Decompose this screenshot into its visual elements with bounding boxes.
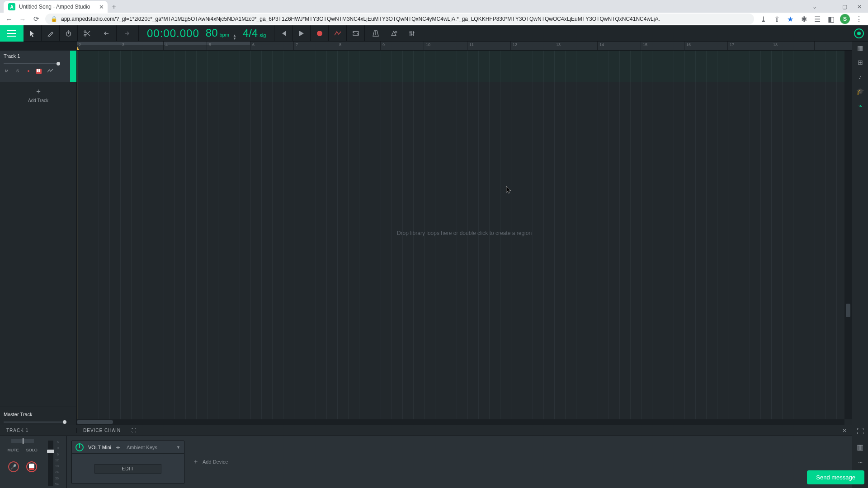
meter-scale: 6061218243654 [55, 441, 59, 486]
metronome-button[interactable] [367, 25, 385, 42]
chevron-down-icon[interactable]: ⌄ [812, 4, 817, 10]
loop-button[interactable] [347, 25, 365, 42]
timeline-ruler[interactable]: 23456789101112131415161718 [77, 42, 852, 51]
mute-label[interactable]: MUTE [7, 448, 19, 452]
edit-device-button[interactable]: EDIT [94, 464, 162, 474]
install-icon[interactable]: ⤓ [759, 15, 768, 23]
pan-slider[interactable] [11, 439, 34, 443]
track-color-strip [70, 51, 76, 82]
sidepanel-icon[interactable]: ◧ [826, 15, 835, 23]
mic-input-button[interactable]: 🎤 [8, 461, 19, 472]
panel-icon[interactable]: ▥ [857, 443, 863, 451]
track-list: Track 1 M S ● ＋ Add Track Master Track [0, 51, 77, 425]
stopwatch-tool[interactable] [60, 25, 78, 42]
playhead-marker-icon[interactable] [77, 46, 80, 51]
play-button[interactable] [292, 25, 311, 42]
scissors-tool[interactable] [78, 25, 96, 42]
back-icon[interactable]: ← [5, 15, 14, 23]
hamburger-icon [7, 30, 16, 37]
extensions-icon[interactable]: ✱ [799, 15, 808, 23]
kebab-menu-icon[interactable]: ⋮ [854, 15, 863, 23]
timesig-control[interactable]: 4/4 sig [243, 27, 266, 40]
timesig-value: 4/4 [243, 27, 258, 40]
add-device-button[interactable]: ＋ Add Device [193, 458, 228, 466]
mixer-strip: MUTE SOLO 🎤 [0, 436, 45, 488]
arrange-area[interactable]: Drop library loops here or double click … [77, 51, 852, 425]
mixer-button[interactable] [403, 25, 421, 42]
master-volume-slider[interactable] [4, 421, 73, 423]
reload-icon[interactable]: ⟳ [32, 15, 41, 23]
power-icon[interactable] [75, 443, 84, 451]
master-track[interactable]: Master Track [0, 407, 76, 425]
new-tab-button[interactable]: ＋ [108, 1, 120, 13]
close-tab-icon[interactable]: ✕ [99, 4, 104, 10]
bpm-value: 80 [206, 27, 218, 39]
automation-icon[interactable] [47, 69, 53, 75]
grid-icon[interactable]: ⊞ [858, 59, 863, 66]
minimize-icon[interactable]: — [827, 4, 832, 10]
vertical-scrollbar[interactable] [844, 51, 852, 419]
mute-button[interactable]: M [4, 69, 10, 75]
svg-point-4 [410, 31, 411, 33]
url-text: app.ampedstudio.com/?_gl=1*zkt20c*_ga*MT… [61, 16, 660, 22]
countdown-button[interactable] [385, 25, 403, 42]
eq-icon[interactable]: ⵈ [858, 459, 863, 467]
volume-fader[interactable] [48, 441, 53, 486]
svg-rect-8 [37, 69, 38, 72]
record-button[interactable] [311, 25, 329, 42]
solo-button[interactable]: S [14, 69, 21, 75]
add-track-button[interactable]: ＋ Add Track [0, 82, 76, 103]
favicon-icon: A [8, 3, 15, 10]
forward-icon[interactable]: → [18, 15, 27, 23]
chevron-down-icon[interactable]: ▼ [176, 445, 180, 450]
address-bar[interactable]: 🔒 app.ampedstudio.com/?_gl=1*zkt20c*_ga*… [45, 14, 754, 24]
profile-avatar[interactable]: S [840, 14, 850, 24]
expand-icon[interactable]: ⛶ [127, 428, 141, 433]
account-button[interactable] [850, 25, 868, 42]
device-volt-mini[interactable]: VOLT Mini ◂▸ Ambient Keys ▼ EDIT [71, 441, 184, 484]
maximize-icon[interactable]: ▢ [842, 4, 847, 10]
expand-panel-icon[interactable]: ⛶ [857, 427, 864, 436]
bpm-control[interactable]: 80 bpm ▲▼ [206, 27, 236, 40]
track-header[interactable]: Track 1 M S ● [0, 51, 76, 82]
note-icon[interactable]: ♪ [859, 73, 862, 80]
bottom-track-label[interactable]: TRACK 1 [0, 428, 77, 433]
share-icon[interactable]: ⇧ [772, 15, 781, 23]
close-panel-icon[interactable]: ✕ [838, 427, 852, 434]
add-track-label: Add Track [28, 98, 48, 103]
menu-button[interactable] [0, 25, 24, 42]
timesig-label: sig [259, 33, 266, 38]
track-name[interactable]: Track 1 [4, 53, 66, 59]
track-lane[interactable] [77, 51, 844, 82]
library-icon[interactable]: ▦ [857, 44, 863, 52]
automation-button[interactable] [329, 25, 347, 42]
preset-nav-icon[interactable]: ◂▸ [116, 445, 120, 450]
track-volume-slider[interactable] [4, 62, 66, 65]
close-window-icon[interactable]: ✕ [857, 4, 862, 10]
device-chain-label[interactable]: DEVICE CHAIN [77, 428, 127, 433]
horizontal-scrollbar[interactable] [77, 419, 844, 425]
bookmark-star-icon[interactable]: ★ [786, 15, 795, 23]
tab-title: Untitled Song - Amped Studio [19, 4, 90, 10]
undo-button[interactable] [99, 25, 117, 42]
browser-tab[interactable]: A Untitled Song - Amped Studio ✕ [4, 1, 108, 13]
browser-chrome: A Untitled Song - Amped Studio ✕ ＋ ⌄ — ▢… [0, 0, 868, 25]
send-message-button[interactable]: Send message [807, 470, 864, 484]
window-controls: ⌄ — ▢ ✕ [812, 1, 868, 13]
arm-record-icon[interactable]: ● [25, 69, 32, 75]
redo-button[interactable] [117, 25, 135, 42]
piano-icon[interactable] [36, 69, 42, 75]
rewind-button[interactable] [274, 25, 292, 42]
bpm-spinner-icon[interactable]: ▲▼ [233, 34, 236, 40]
mouse-cursor-icon [506, 186, 512, 194]
ai-icon[interactable]: ⌁ [859, 102, 862, 109]
midi-input-button[interactable] [26, 461, 37, 472]
bottom-panel: TRACK 1 DEVICE CHAIN ⛶ ✕ MUTE SOLO 🎤 606… [0, 425, 852, 488]
reading-list-icon[interactable]: ☰ [813, 15, 822, 23]
learn-icon[interactable]: 🎓 [856, 88, 864, 95]
solo-label[interactable]: SOLO [26, 448, 38, 452]
device-preset[interactable]: Ambient Keys [127, 445, 157, 450]
pointer-tool[interactable] [24, 25, 42, 42]
timecode-display[interactable]: 00:00.000 [147, 27, 199, 40]
pencil-tool[interactable] [42, 25, 60, 42]
